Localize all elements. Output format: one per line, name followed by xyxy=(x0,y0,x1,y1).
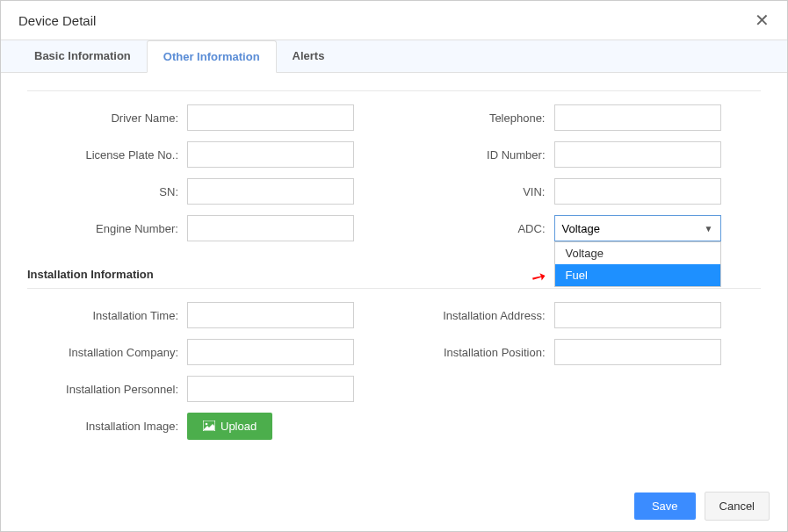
label-install-position: Installation Position: xyxy=(394,346,554,359)
installation-section: Installation Time: Installation Company:… xyxy=(27,302,761,449)
input-install-personnel[interactable] xyxy=(187,376,354,402)
tab-basic-information[interactable]: Basic Information xyxy=(18,40,147,72)
left-column: Driver Name: License Plate No.: SN: Engi… xyxy=(27,104,394,252)
dropdown-item-fuel[interactable]: Fuel xyxy=(555,264,720,286)
device-details-section: Driver Name: License Plate No.: SN: Engi… xyxy=(27,104,761,252)
row-install-address: Installation Address: xyxy=(394,302,762,328)
dialog-title: Device Detail xyxy=(18,13,96,28)
label-install-time: Installation Time: xyxy=(27,309,187,322)
label-id-number: ID Number: xyxy=(394,148,554,162)
row-install-position: Installation Position: xyxy=(394,339,762,365)
input-install-position[interactable] xyxy=(554,339,721,365)
row-install-personnel: Installation Personnel: xyxy=(27,376,394,402)
row-adc: ADC: Voltage ▼ Voltage Fuel ➚ xyxy=(394,215,762,241)
label-install-image: Installation Image: xyxy=(27,420,187,433)
upload-button[interactable]: Upload xyxy=(187,413,272,440)
dialog-footer: Save Cancel xyxy=(1,481,787,531)
divider xyxy=(27,288,761,289)
row-telephone: Telephone: xyxy=(394,104,762,131)
select-adc-value: Voltage xyxy=(562,222,600,235)
input-install-time[interactable] xyxy=(187,302,354,328)
row-install-time: Installation Time: xyxy=(27,302,394,328)
input-id-number[interactable] xyxy=(554,141,721,168)
save-button[interactable]: Save xyxy=(634,492,696,520)
select-adc-wrapper: Voltage ▼ Voltage Fuel xyxy=(554,215,721,241)
dropdown-adc: Voltage Fuel xyxy=(554,241,721,287)
label-license-plate: License Plate No.: xyxy=(27,148,187,162)
divider xyxy=(27,90,761,91)
row-vin: VIN: xyxy=(394,178,762,205)
select-adc[interactable]: Voltage ▼ xyxy=(554,215,721,241)
right-column: Telephone: ID Number: VIN: ADC: Voltage xyxy=(394,104,762,252)
row-driver-name: Driver Name: xyxy=(27,104,394,131)
input-sn[interactable] xyxy=(187,178,354,205)
row-sn: SN: xyxy=(27,178,394,205)
label-driver-name: Driver Name: xyxy=(27,111,187,125)
label-install-company: Installation Company: xyxy=(27,346,187,359)
chevron-down-icon: ▼ xyxy=(705,224,713,234)
input-telephone[interactable] xyxy=(554,104,721,131)
row-license-plate: License Plate No.: xyxy=(27,141,394,168)
label-telephone: Telephone: xyxy=(394,111,554,125)
input-install-address[interactable] xyxy=(554,302,721,328)
input-install-company[interactable] xyxy=(187,339,354,365)
input-license-plate[interactable] xyxy=(187,141,354,168)
tab-bar: Basic Information Other Information Aler… xyxy=(1,40,787,73)
label-install-personnel: Installation Personnel: xyxy=(27,383,187,396)
tab-alerts[interactable]: Alerts xyxy=(277,40,341,72)
row-id-number: ID Number: xyxy=(394,141,762,168)
dropdown-item-voltage[interactable]: Voltage xyxy=(555,242,720,264)
content-area: Driver Name: License Plate No.: SN: Engi… xyxy=(1,73,787,481)
input-engine-number[interactable] xyxy=(187,215,354,241)
left-column-install: Installation Time: Installation Company:… xyxy=(27,302,394,449)
tab-other-information[interactable]: Other Information xyxy=(147,40,277,73)
input-driver-name[interactable] xyxy=(187,104,354,131)
cancel-button[interactable]: Cancel xyxy=(705,492,770,521)
upload-button-label: Upload xyxy=(220,420,257,433)
row-engine-number: Engine Number: xyxy=(27,215,394,241)
right-column-install: Installation Address: Installation Posit… xyxy=(394,302,762,449)
input-vin[interactable] xyxy=(554,178,721,205)
image-icon xyxy=(203,421,215,431)
label-vin: VIN: xyxy=(394,185,554,198)
close-icon[interactable]: ✕ xyxy=(755,11,770,29)
label-install-address: Installation Address: xyxy=(394,309,554,322)
label-sn: SN: xyxy=(27,185,187,198)
dialog-header: Device Detail ✕ xyxy=(1,1,787,40)
svg-point-1 xyxy=(206,423,208,426)
label-engine-number: Engine Number: xyxy=(27,222,187,235)
row-install-company: Installation Company: xyxy=(27,339,394,365)
device-detail-dialog: Device Detail ✕ Basic Information Other … xyxy=(0,0,788,532)
row-install-image: Installation Image: Upload xyxy=(27,413,394,439)
label-adc: ADC: xyxy=(394,222,554,235)
